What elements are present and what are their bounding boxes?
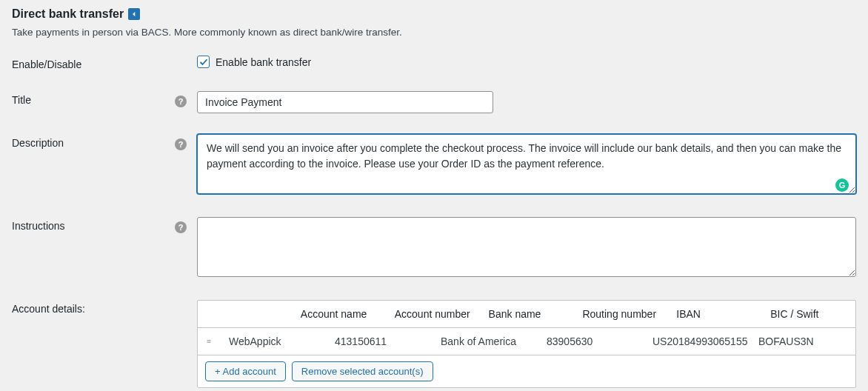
cell-bank-name[interactable]: Bank of America <box>432 328 538 355</box>
table-footer: + Add account Remove selected account(s) <box>198 355 855 387</box>
page-title-text: Direct bank transfer <box>12 7 124 21</box>
checkbox-enable[interactable] <box>197 56 210 68</box>
row-title: Title ? <box>12 91 856 113</box>
help-icon[interactable]: ? <box>175 96 187 107</box>
checkbox-enable-wrap: Enable bank transfer <box>197 56 856 68</box>
row-instructions: Instructions ? <box>12 217 856 279</box>
cell-routing-number[interactable]: 83905630 <box>538 328 644 355</box>
th-handle <box>198 301 292 327</box>
th-bic-swift: BIC / Swift <box>761 301 855 327</box>
th-account-number: Account number <box>386 301 480 327</box>
remove-account-button[interactable]: Remove selected account(s) <box>292 361 433 381</box>
th-account-name: Account name <box>292 301 386 327</box>
add-account-button[interactable]: + Add account <box>205 361 286 381</box>
back-link-icon[interactable] <box>128 8 140 20</box>
cell-bic-swift[interactable]: BOFAUS3N <box>750 328 855 355</box>
checkbox-enable-label: Enable bank transfer <box>216 56 311 68</box>
label-title: Title <box>12 91 175 106</box>
table-row[interactable]: WebAppick 413150611 Bank of America 8390… <box>198 328 855 355</box>
th-iban: IBAN <box>667 301 761 327</box>
label-description: Description <box>12 134 175 149</box>
table-header: Account name Account number Bank name Ro… <box>198 301 855 328</box>
textarea-instructions[interactable] <box>197 217 856 277</box>
input-title[interactable] <box>197 91 493 113</box>
row-account-details: Account details: Account name Account nu… <box>12 300 856 388</box>
row-description: Description ? G <box>12 134 856 196</box>
help-icon[interactable]: ? <box>175 138 187 150</box>
check-icon <box>199 58 208 67</box>
cell-account-name[interactable]: WebAppick <box>220 328 326 355</box>
help-icon[interactable]: ? <box>175 221 187 233</box>
page-title: Direct bank transfer <box>12 7 856 21</box>
account-table: Account name Account number Bank name Ro… <box>197 300 856 388</box>
page-description: Take payments in person via BACS. More c… <box>12 27 856 38</box>
cell-account-number[interactable]: 413150611 <box>326 328 432 355</box>
th-bank-name: Bank name <box>480 301 574 327</box>
textarea-description[interactable] <box>197 134 856 194</box>
cell-iban[interactable]: US20184993065155 <box>644 328 750 355</box>
grammarly-icon[interactable]: G <box>835 178 849 192</box>
label-enable: Enable/Disable <box>12 56 175 70</box>
row-enable: Enable/Disable Enable bank transfer <box>12 56 856 70</box>
label-account-details: Account details: <box>12 300 175 315</box>
label-instructions: Instructions <box>12 217 175 232</box>
drag-handle-icon[interactable] <box>198 328 220 355</box>
th-routing-number: Routing number <box>573 301 667 327</box>
